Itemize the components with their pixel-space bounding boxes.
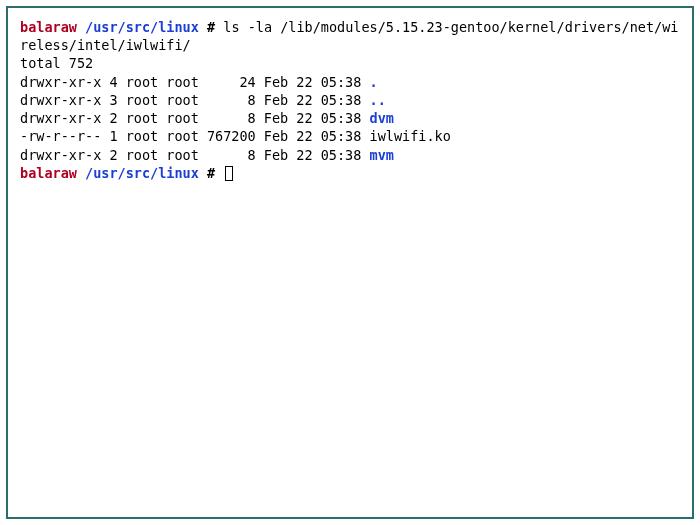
ls-perm: drwxr-xr-x 2 root root 8 Feb 22 05:38 — [20, 147, 370, 163]
ls-row: -rw-r--r-- 1 root root 767200 Feb 22 05:… — [20, 128, 451, 144]
ls-row: drwxr-xr-x 3 root root 8 Feb 22 05:38 .. — [20, 92, 386, 108]
cursor-icon[interactable] — [225, 166, 233, 181]
ls-name: iwlwifi.ko — [370, 128, 451, 144]
prompt-symbol: # — [207, 19, 215, 35]
ls-name: . — [370, 74, 378, 90]
ls-row: drwxr-xr-x 2 root root 8 Feb 22 05:38 dv… — [20, 110, 394, 126]
prompt-line-1: balaraw /usr/src/linux # ls -la /lib/mod… — [20, 19, 678, 53]
prompt-line-2: balaraw /usr/src/linux # — [20, 165, 233, 181]
ls-name: dvm — [370, 110, 394, 126]
ls-perm: drwxr-xr-x 2 root root 8 Feb 22 05:38 — [20, 110, 370, 126]
ls-name: .. — [370, 92, 386, 108]
ls-perm: -rw-r--r-- 1 root root 767200 Feb 22 05:… — [20, 128, 370, 144]
cwd-path: /usr/src/linux — [85, 19, 199, 35]
hostname: balaraw — [20, 19, 77, 35]
ls-perm: drwxr-xr-x 3 root root 8 Feb 22 05:38 — [20, 92, 370, 108]
prompt-symbol: # — [207, 165, 215, 181]
ls-name: mvm — [370, 147, 394, 163]
cwd-path: /usr/src/linux — [85, 165, 199, 181]
ls-perm: drwxr-xr-x 4 root root 24 Feb 22 05:38 — [20, 74, 370, 90]
ls-total: total 752 — [20, 55, 93, 71]
hostname: balaraw — [20, 165, 77, 181]
terminal-window[interactable]: balaraw /usr/src/linux # ls -la /lib/mod… — [6, 6, 694, 519]
ls-row: drwxr-xr-x 4 root root 24 Feb 22 05:38 . — [20, 74, 378, 90]
ls-row: drwxr-xr-x 2 root root 8 Feb 22 05:38 mv… — [20, 147, 394, 163]
